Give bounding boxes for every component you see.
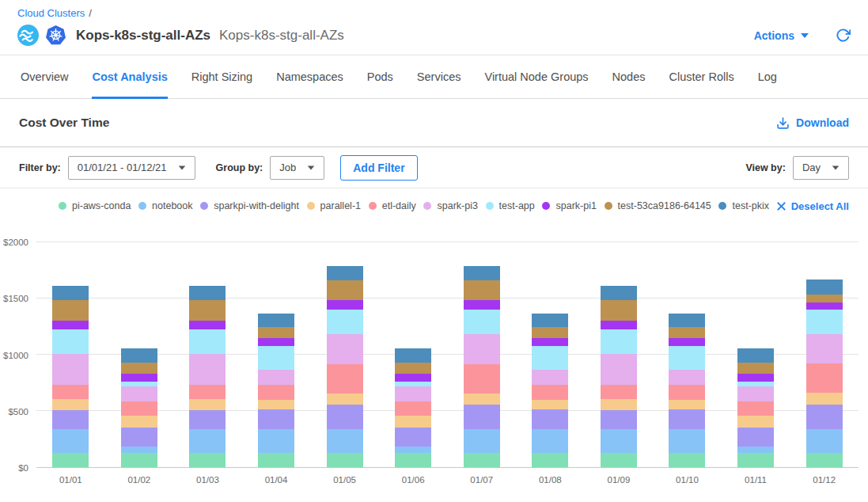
bar-segment-spark-pi3[interactable] (121, 386, 157, 401)
bar-segment-etl-daily[interactable] (52, 385, 89, 399)
bar-segment-spark-pi3[interactable] (806, 334, 843, 364)
bar-segment-test-pkix[interactable] (532, 314, 568, 328)
bar-01/06[interactable] (395, 242, 431, 467)
bar-segment-sparkpi-with-delight[interactable] (395, 428, 431, 447)
bar-segment-pi-aws-conda[interactable] (258, 453, 294, 467)
bar-segment-test-53ca9186-64145[interactable] (121, 363, 157, 374)
bar-segment-test-53ca9186-64145[interactable] (806, 295, 843, 302)
bar-segment-test-app[interactable] (669, 346, 705, 371)
legend-item-etl-daily[interactable]: etl-daily (369, 200, 416, 211)
bar-segment-spark-pi3[interactable] (52, 354, 89, 384)
bar-segment-test-53ca9186-64145[interactable] (669, 327, 705, 338)
tab-cluster-rolls[interactable]: Cluster Rolls (669, 55, 734, 98)
bar-segment-pi-aws-conda[interactable] (189, 453, 226, 467)
bar-segment-test-53ca9186-64145[interactable] (464, 280, 500, 300)
bar-segment-parallel-1[interactable] (258, 400, 294, 409)
bar-segment-notebook[interactable] (669, 429, 705, 452)
bar-01/01[interactable] (52, 242, 89, 467)
bar-segment-test-pkix[interactable] (601, 286, 637, 299)
bar-01/05[interactable] (327, 242, 363, 467)
bar-segment-spark-pi1[interactable] (601, 321, 637, 329)
tab-services[interactable]: Services (417, 55, 461, 98)
bar-segment-test-53ca9186-64145[interactable] (532, 327, 568, 338)
bar-01/02[interactable] (121, 242, 157, 467)
bar-segment-etl-daily[interactable] (532, 385, 568, 399)
bar-01/07[interactable] (464, 242, 500, 467)
bar-segment-test-53ca9186-64145[interactable] (258, 327, 294, 338)
bar-segment-etl-daily[interactable] (601, 385, 637, 399)
bar-segment-parallel-1[interactable] (121, 416, 157, 428)
bar-segment-sparkpi-with-delight[interactable] (327, 405, 363, 429)
bar-segment-spark-pi1[interactable] (395, 374, 431, 382)
bar-segment-notebook[interactable] (52, 429, 89, 452)
bar-segment-parallel-1[interactable] (189, 399, 226, 410)
bar-segment-spark-pi1[interactable] (52, 321, 89, 329)
bar-segment-sparkpi-with-delight[interactable] (189, 410, 226, 429)
bar-segment-notebook[interactable] (532, 429, 568, 452)
bar-segment-test-app[interactable] (189, 329, 226, 354)
bar-segment-etl-daily[interactable] (395, 401, 431, 416)
bar-segment-parallel-1[interactable] (532, 400, 568, 409)
bar-segment-parallel-1[interactable] (395, 416, 431, 428)
bar-segment-spark-pi1[interactable] (532, 338, 568, 345)
bar-segment-notebook[interactable] (806, 429, 843, 452)
tab-right-sizing[interactable]: Right Sizing (191, 55, 252, 98)
bar-01/10[interactable] (669, 242, 705, 467)
bar-segment-test-app[interactable] (258, 346, 294, 371)
bar-segment-notebook[interactable] (121, 447, 157, 453)
bar-segment-spark-pi1[interactable] (121, 374, 157, 382)
bar-01/04[interactable] (258, 242, 294, 467)
legend-item-spark-pi1[interactable]: spark-pi1 (542, 200, 596, 211)
legend-item-sparkpi-with-delight[interactable]: sparkpi-with-delight (200, 200, 299, 211)
legend-item-spark-pi3[interactable]: spark-pi3 (423, 200, 477, 211)
bar-segment-pi-aws-conda[interactable] (464, 453, 500, 467)
bar-segment-test-53ca9186-64145[interactable] (52, 300, 89, 321)
bar-segment-pi-aws-conda[interactable] (601, 453, 637, 467)
bar-segment-notebook[interactable] (737, 447, 774, 453)
bar-segment-notebook[interactable] (464, 429, 500, 452)
breadcrumb-link-cloud-clusters[interactable]: Cloud Clusters (17, 7, 85, 19)
bar-01/03[interactable] (189, 242, 226, 467)
bar-segment-test-pkix[interactable] (121, 348, 157, 363)
bar-segment-sparkpi-with-delight[interactable] (464, 405, 500, 429)
bar-segment-test-pkix[interactable] (327, 266, 363, 280)
bar-segment-spark-pi3[interactable] (395, 386, 431, 401)
bar-segment-sparkpi-with-delight[interactable] (669, 409, 705, 430)
bar-segment-parallel-1[interactable] (601, 399, 637, 410)
bar-segment-etl-daily[interactable] (327, 364, 363, 394)
bar-segment-test-53ca9186-64145[interactable] (737, 363, 774, 374)
bar-segment-etl-daily[interactable] (121, 401, 157, 416)
bar-segment-test-app[interactable] (601, 329, 637, 354)
bar-segment-notebook[interactable] (189, 429, 226, 452)
tab-log[interactable]: Log (758, 55, 777, 98)
deselect-all-button[interactable]: Deselect All (777, 200, 849, 212)
bar-segment-spark-pi3[interactable] (737, 386, 774, 401)
bar-segment-pi-aws-conda[interactable] (669, 453, 705, 467)
bar-segment-parallel-1[interactable] (327, 394, 363, 405)
tab-namespaces[interactable]: Namespaces (276, 55, 343, 98)
bar-segment-etl-daily[interactable] (737, 401, 774, 416)
legend-item-test-pkix[interactable]: test-pkix (718, 200, 769, 211)
bar-segment-parallel-1[interactable] (669, 400, 705, 409)
bar-segment-spark-pi3[interactable] (532, 370, 568, 385)
bar-segment-etl-daily[interactable] (669, 385, 705, 399)
date-range-select[interactable]: 01/01/21 - 01/12/21 (68, 156, 195, 180)
bar-segment-spark-pi1[interactable] (327, 300, 363, 310)
bar-segment-spark-pi1[interactable] (669, 338, 705, 345)
bar-segment-test-app[interactable] (464, 310, 500, 334)
bar-segment-parallel-1[interactable] (464, 394, 500, 405)
legend-item-test-53ca9186-64145[interactable]: test-53ca9186-64145 (605, 200, 711, 211)
bar-segment-test-pkix[interactable] (52, 286, 89, 299)
bar-segment-test-53ca9186-64145[interactable] (601, 300, 637, 321)
bar-segment-spark-pi3[interactable] (464, 334, 500, 364)
bar-segment-notebook[interactable] (258, 429, 294, 452)
bar-segment-sparkpi-with-delight[interactable] (258, 409, 294, 430)
bar-segment-spark-pi3[interactable] (601, 354, 637, 384)
bar-segment-spark-pi1[interactable] (737, 374, 774, 382)
bar-segment-pi-aws-conda[interactable] (52, 453, 89, 467)
add-filter-button[interactable]: Add Filter (340, 155, 417, 181)
refresh-icon[interactable] (836, 28, 851, 43)
bar-segment-test-53ca9186-64145[interactable] (327, 280, 363, 300)
view-by-select[interactable]: Day (793, 156, 849, 180)
bar-segment-spark-pi1[interactable] (806, 302, 843, 310)
